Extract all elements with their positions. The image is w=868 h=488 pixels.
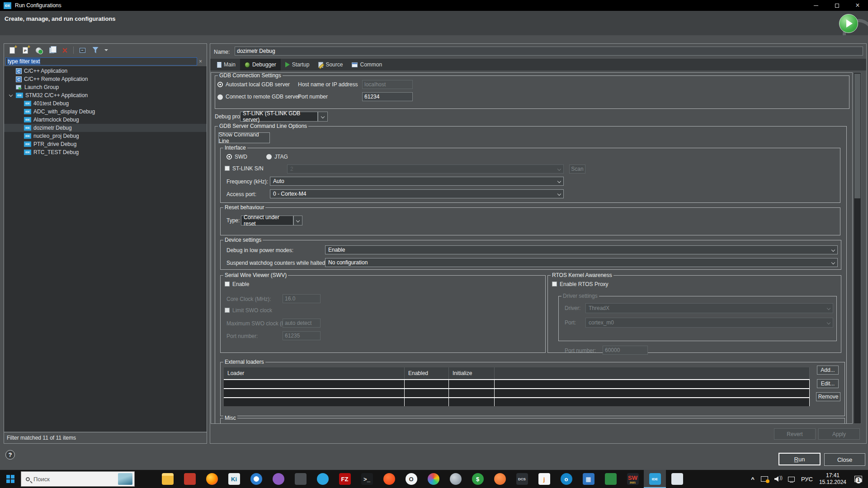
taskbar-icon-cash-green[interactable]: $ [467,470,489,488]
hidden-icons-chevron[interactable]: ^ [751,476,755,483]
core-clock-input: 16.0 [283,294,321,303]
export-configuration-icon[interactable] [34,46,43,55]
tree-item-401test-debug[interactable]: IDE401test Debug [4,99,207,108]
taskbar-icon-calculator[interactable]: ▦ [577,470,599,488]
tree-item-dozimetr-debug[interactable]: IDEdozimetr Debug [4,124,207,132]
scrollbar-thumb[interactable] [854,74,860,198]
taskbar-icon-file-explorer[interactable] [156,470,179,488]
frequency-combo[interactable]: Auto [270,177,564,186]
tree-item-adc-with-display-debug[interactable]: IDEADC_with_display Debug [4,108,207,116]
swd-radio[interactable] [226,154,232,160]
network-icon[interactable] [788,477,795,482]
tree-item-ptr-drive-debug[interactable]: IDEPTR_drive Debug [4,140,207,148]
taskbar-icon-app-green[interactable] [599,470,622,488]
debug-probe-combo[interactable]: ST-LINK (ST-LINK GDB server) [240,112,318,122]
misc-group: Misc [220,418,845,424]
filter-menu-caret-icon[interactable] [104,46,108,55]
tree-item-rtc-test-debug[interactable]: IDERTC_TEST Debug [4,148,207,156]
tree-item-nucleo-proj-debug[interactable]: IDEnucleo_proj Debug [4,132,207,140]
jtag-radio[interactable] [266,154,272,160]
table-icon [352,62,358,67]
column-enabled[interactable]: Enabled [405,367,449,379]
column-initialize[interactable]: Initialize [449,367,495,379]
name-input[interactable]: dozimetr Debug [235,47,863,56]
taskbar-icon-o-blue[interactable]: o [555,470,577,488]
taskbar-icon-filezilla[interactable]: FZ [334,470,356,488]
filter-icon[interactable] [91,46,100,55]
taskbar-icon-stm32cubeide[interactable]: IDE [644,470,666,488]
clear-filter-icon[interactable]: × [199,58,202,65]
filter-input[interactable]: type filter text [5,57,197,66]
maximize-button[interactable] [826,0,847,11]
close-button[interactable]: × [847,0,868,11]
start-button[interactable] [0,470,21,488]
taskbar-search[interactable]: Поиск [21,471,135,487]
new-configuration-icon[interactable]: + [8,46,17,55]
reset-type-combo[interactable]: Connect under reset [241,216,293,225]
swv-enable-checkbox[interactable] [225,282,230,286]
taskbar-icon-app-purple[interactable] [267,470,289,488]
taskbar-icon-ball-orange[interactable] [489,470,511,488]
new-prototype-icon[interactable]: P+ [21,46,30,55]
expander-icon[interactable] [9,93,13,97]
rtos-enable-checkbox[interactable] [552,282,557,286]
edit-loader-button[interactable]: Edit... [817,379,839,388]
low-power-combo[interactable]: Enable [325,245,838,254]
loader-row[interactable] [224,397,810,406]
taskbar-icon-telegram[interactable] [311,470,334,488]
action-center-icon[interactable]: 1 [853,473,863,485]
volume-icon[interactable] [774,476,782,482]
duplicate-icon[interactable] [47,46,56,55]
taskbar-icon-brave[interactable] [378,470,400,488]
taskbar-icon-app-red[interactable] [179,470,201,488]
taskbar-icon-terminal[interactable]: >_ [356,470,378,488]
minimize-button[interactable] [806,0,826,11]
delete-icon[interactable]: × [60,46,69,55]
tab-common[interactable]: Common [347,59,387,70]
search-highlight-thumbnail[interactable] [118,473,132,485]
vertical-scrollbar[interactable] [854,72,861,424]
misc-checkbox[interactable] [224,423,229,424]
access-port-combo[interactable]: 0 - Cortex-M4 [270,189,564,198]
taskbar-icon-ring-blue[interactable] [245,470,267,488]
close-dialog-button[interactable]: Close [824,453,865,466]
loader-row[interactable] [224,388,810,397]
taskbar-icon-app-dark[interactable] [289,470,311,488]
run-button[interactable]: Run [778,453,821,465]
language-indicator[interactable]: РУС [801,476,813,483]
taskbar-icon-opera-white[interactable]: O [400,470,422,488]
tab-main[interactable]: Main [212,59,240,70]
watchdog-combo[interactable]: No configuration [325,258,838,267]
add-loader-button[interactable]: Add... [817,366,839,375]
taskbar-icon-firefox[interactable] [201,470,223,488]
taskbar-icon-solidworks[interactable]: SW2021 [622,470,644,488]
collapse-all-icon[interactable]: − [78,46,87,55]
taskbar-icon-kicad[interactable]: Ki [223,470,245,488]
autostart-gdb-radio[interactable] [217,82,223,87]
stlink-sn-checkbox[interactable] [225,166,230,171]
reset-type-dropdown-icon[interactable] [293,216,302,225]
tree-item-launch-group[interactable]: Launch Group [4,83,207,91]
show-command-line-button[interactable]: Show Command Line [218,132,270,143]
taskbar-icon-jdownloader[interactable]: j [533,470,555,488]
tab-source[interactable]: Source [314,59,347,70]
tree-item-alartmclock-debug[interactable]: IDEAlartmclock Debug [4,116,207,124]
taskbar-icon-photos[interactable] [422,470,444,488]
taskbar-icon-dcs[interactable]: DCS [511,470,533,488]
tablet-sync-icon[interactable] [761,476,768,482]
taskbar-icon-app-light[interactable] [666,470,688,488]
debug-probe-dropdown-icon[interactable] [318,112,328,122]
tree-item-c-c-application[interactable]: CC/C++ Application [4,67,207,75]
column-loader[interactable]: Loader [224,367,405,379]
port-number-input[interactable]: 61234 [362,92,413,101]
tab-startup[interactable]: Startup [281,59,314,70]
tree-item-stm32-c-c-application[interactable]: IDESTM32 C/C++ Application [4,91,207,99]
tab-debugger[interactable]: Debugger [240,59,281,70]
tree-item-c-c-remote-application[interactable]: CC/C++ Remote Application [4,75,207,83]
help-button[interactable]: ? [5,450,15,460]
loader-row[interactable] [224,379,810,388]
taskbar-icon-sphere-gray[interactable] [444,470,467,488]
clock[interactable]: 17:41 15.12.2024 [819,472,846,486]
remote-gdb-radio[interactable] [217,94,223,100]
remove-loader-button[interactable]: Remove [816,392,840,401]
